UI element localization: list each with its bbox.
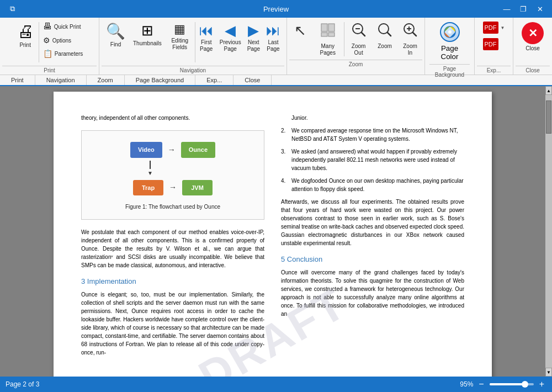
export-dropdown-arrow: ▼	[501, 25, 505, 30]
scroll-thumb[interactable]	[546, 100, 551, 134]
paragraph-after-list: Afterwards, we discuss all four experime…	[281, 198, 464, 247]
page-nav-buttons: ⏮ FirstPage ◀ PreviousPage ▶ NextPage ⏭ …	[197, 20, 283, 55]
section3-title: 3 Implementation	[81, 276, 264, 287]
editing-fields-label: EditingFields	[171, 38, 188, 51]
previous-page-label: PreviousPage	[220, 39, 241, 52]
section5-title: 5 Conclusion	[281, 254, 464, 265]
flowchart-top-row: Video → Ounce	[130, 142, 215, 158]
jvm-box: JVM	[182, 180, 213, 196]
next-page-label: NextPage	[247, 39, 260, 52]
right-scrollbar[interactable]: ▲ ▼	[545, 86, 552, 377]
list-item-4: 4. We dogfooded Ounce on our own desktop…	[281, 177, 464, 193]
document-container[interactable]: DRAFT theory, independent of all other c…	[0, 86, 545, 377]
previous-page-button[interactable]: ◀ PreviousPage	[217, 20, 244, 55]
last-page-button[interactable]: ⏭ LastPage	[263, 20, 283, 55]
section5-text: Ounce will overcome many of the grand ch…	[281, 268, 464, 318]
zoom-button[interactable]: Zoom	[373, 20, 397, 52]
intro-text: theory, independent of all other compone…	[81, 114, 264, 122]
zoom-slider-thumb[interactable]	[522, 381, 528, 388]
zoom-group-label: Zoom	[289, 60, 422, 68]
svg-line-12	[413, 33, 416, 36]
list-item-3: 3. We asked (and answered) what would ha…	[281, 147, 464, 172]
page-color-icon	[440, 22, 460, 42]
zoom-minus-button[interactable]: −	[476, 379, 486, 389]
zoom-slider[interactable]	[490, 383, 534, 385]
options-button[interactable]: ⚙ Options	[40, 34, 86, 46]
fc-connectors: ▼	[147, 161, 198, 177]
ribbon-label-export[interactable]: Exp...	[195, 75, 233, 85]
scroll-track[interactable]	[545, 95, 552, 368]
close-ribbon-group: ✕ Close Close	[513, 18, 552, 75]
find-label: Find	[110, 41, 121, 48]
section3-text: Ounce is elegant; so, too, must be our i…	[81, 290, 264, 357]
zoom-in-icon	[402, 22, 418, 41]
zoom-in-label: Zoom In	[401, 43, 419, 56]
export-bottom-icon: PDF	[483, 38, 498, 50]
parameters-button[interactable]: 📋 Parameters	[40, 47, 86, 60]
quick-print-icon: 🖶	[43, 22, 52, 31]
first-page-button[interactable]: ⏮ FirstPage	[197, 20, 216, 55]
ribbon-label-close[interactable]: Close	[233, 75, 272, 85]
document-page: DRAFT theory, independent of all other c…	[54, 92, 492, 377]
print-group-items: 🖨 Print 🖶 Quick Print ⚙ Options 📋 Parame…	[13, 20, 86, 65]
paragraph1: We postulate that each component of our …	[81, 228, 264, 269]
page-right-column: Junior. 2. We compared average response …	[281, 114, 464, 377]
arrow-1: →	[168, 144, 176, 156]
list-item-2: 2. We compared average response time on …	[281, 126, 464, 143]
zoom-divider	[344, 22, 344, 56]
ribbon-label-navigation[interactable]: Navigation	[35, 75, 87, 85]
find-button[interactable]: 🔍 Find	[103, 20, 129, 50]
ounce-box: Ounce	[181, 142, 215, 158]
minimize-button[interactable]: —	[499, 3, 514, 15]
editing-fields-button[interactable]: ▦ EditingFields	[166, 20, 194, 53]
thumbnails-button[interactable]: ⊞ Thumbnails	[130, 20, 165, 49]
thumbnails-icon: ⊞	[141, 22, 153, 39]
svg-line-6	[362, 33, 365, 36]
divider	[39, 22, 39, 62]
ribbon: 🖨 Print 🖶 Quick Print ⚙ Options 📋 Parame…	[0, 18, 552, 75]
close-group-label: Close	[516, 66, 550, 75]
maximize-button[interactable]: ❐	[516, 3, 531, 15]
quick-print-button[interactable]: 🖶 Quick Print	[40, 20, 86, 33]
print-button[interactable]: 🖨 Print	[13, 20, 38, 51]
cursor-tool-button[interactable]: ↖	[289, 20, 311, 50]
zoom-items: ↖ Many Pages	[289, 20, 422, 59]
zoom-in-button[interactable]: Zoom In	[398, 20, 422, 59]
nav-divider	[195, 22, 195, 62]
page-color-button[interactable]: Page Color	[429, 20, 470, 63]
ribbon-label-zoom[interactable]: Zoom	[87, 75, 125, 85]
ribbon-label-page-bg[interactable]: Page Background	[125, 75, 195, 85]
svg-line-8	[388, 33, 391, 36]
svg-rect-3	[328, 33, 335, 36]
nav-group-items: 🔍 Find ⊞ Thumbnails ▦ EditingFields ⏮ Fi…	[103, 20, 283, 65]
app-title: Preview	[263, 5, 289, 13]
zoom-plus-button[interactable]: +	[537, 379, 546, 389]
zoom-slider-fill	[490, 383, 523, 385]
ribbon-label-print[interactable]: Print	[0, 75, 35, 85]
close-ribbon-icon: ✕	[522, 22, 544, 44]
cursor-icon: ↖	[294, 22, 306, 39]
print-sub-buttons: 🖶 Quick Print ⚙ Options 📋 Parameters	[40, 20, 86, 60]
last-page-icon: ⏭	[266, 22, 280, 39]
scroll-up-button[interactable]: ▲	[545, 86, 552, 95]
zoom-icon	[377, 22, 392, 41]
export-top-button[interactable]: PDF ▼	[480, 20, 508, 35]
many-pages-button[interactable]: Many Pages	[312, 20, 343, 59]
scroll-down-button[interactable]: ▼	[545, 368, 552, 377]
minimize-icon: —	[503, 5, 511, 13]
zoom-label: Zoom	[378, 43, 392, 50]
many-pages-label: Many Pages	[316, 43, 339, 56]
next-page-button[interactable]: ▶ NextPage	[245, 20, 263, 55]
export-bottom-button[interactable]: PDF	[480, 36, 508, 52]
restore-button[interactable]: ⧉	[4, 3, 20, 15]
title-bar: ⧉ Preview — ❐ ✕	[0, 0, 552, 18]
zoom-controls: 95% − +	[460, 379, 546, 389]
thumbnails-label: Thumbnails	[133, 40, 162, 47]
zoom-out-button[interactable]: Zoom Out	[346, 20, 371, 59]
close-ribbon-button[interactable]: ✕ Close	[518, 20, 547, 54]
window-controls: — ❐ ✕	[499, 3, 548, 15]
previous-page-icon: ◀	[225, 22, 236, 39]
svg-rect-0	[321, 24, 327, 31]
window-close-button[interactable]: ✕	[532, 3, 548, 15]
window-close-icon: ✕	[537, 5, 543, 13]
